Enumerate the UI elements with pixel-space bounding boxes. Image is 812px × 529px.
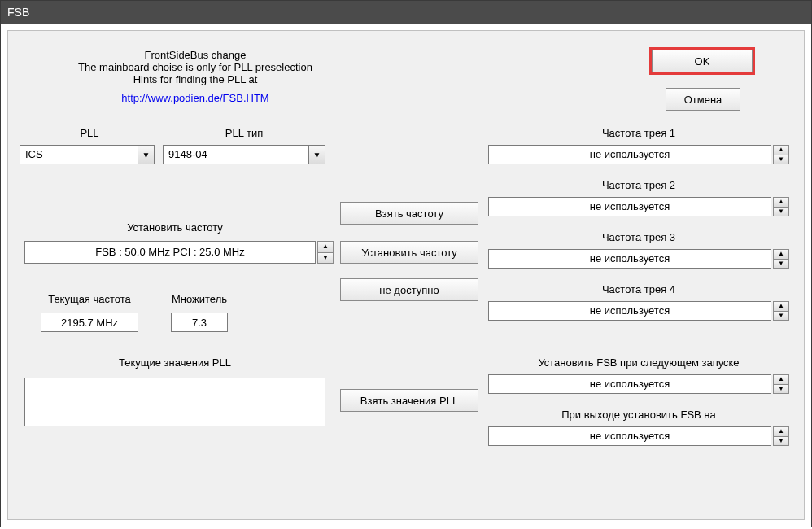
- titlebar[interactable]: FSB: [1, 1, 811, 24]
- multiplier-value: 7.3: [171, 313, 228, 332]
- pll-values-label: Текущие значения PLL: [24, 356, 325, 369]
- set-next-label: Установить FSB при следующем запуске: [488, 356, 789, 369]
- on-exit-label: При выходе установить FSB на: [488, 409, 789, 421]
- tray-freq-4-label: Частота трея 4: [488, 283, 789, 295]
- tray-freq-1-spinner[interactable]: не используется ▲ ▼: [488, 145, 789, 164]
- pll-type-combo[interactable]: 9148-04 ▼: [163, 145, 325, 164]
- spin-up-icon[interactable]: ▲: [773, 426, 789, 436]
- spin-down-icon[interactable]: ▼: [773, 436, 789, 447]
- header-link[interactable]: http://www.podien.de/FSB.HTM: [121, 92, 268, 104]
- tray-freq-2-spinner[interactable]: не используется ▲ ▼: [488, 197, 789, 216]
- spin-up-icon[interactable]: ▲: [773, 374, 789, 384]
- spin-up-icon[interactable]: ▲: [317, 241, 334, 252]
- pll-label: PLL: [24, 127, 155, 139]
- pll-type-combo-value: 9148-04: [164, 146, 308, 164]
- multiplier-label: Множитель: [159, 293, 240, 305]
- header-line3: Hints for finding the PLL at: [33, 73, 358, 85]
- tray-freq-4-value: не используется: [488, 301, 771, 321]
- current-freq-label: Текущая частота: [33, 293, 146, 305]
- take-pll-values-button[interactable]: Взять значения PLL: [340, 389, 478, 412]
- not-available-button[interactable]: не доступно: [340, 278, 478, 301]
- header-block: FrontSideBus change The mainboard choise…: [33, 49, 358, 104]
- header-line2: The mainboard choise is only for PLL pre…: [33, 61, 358, 73]
- chevron-down-icon[interactable]: ▼: [308, 146, 325, 164]
- client-area: OK Отмена FrontSideBus change The mainbo…: [7, 30, 805, 520]
- pll-values-memo[interactable]: [24, 378, 325, 426]
- tray-freq-3-spinner[interactable]: не используется ▲ ▼: [488, 249, 789, 269]
- tray-freq-3-value: не используется: [488, 249, 771, 269]
- spin-down-icon[interactable]: ▼: [773, 207, 789, 217]
- spin-down-icon[interactable]: ▼: [773, 155, 789, 165]
- tray-freq-2-value: не используется: [488, 197, 771, 216]
- window-frame: FSB OK Отмена FrontSideBus change The ma…: [0, 0, 812, 527]
- on-exit-value: не используется: [488, 426, 771, 446]
- on-exit-spinner[interactable]: не используется ▲ ▼: [488, 426, 789, 446]
- pll-combo[interactable]: ICS ▼: [20, 145, 155, 164]
- ok-button[interactable]: OK: [652, 50, 753, 72]
- take-frequency-button[interactable]: Взять частоту: [340, 202, 478, 225]
- spin-up-icon[interactable]: ▲: [773, 197, 789, 207]
- cancel-button[interactable]: Отмена: [666, 88, 740, 111]
- tray-freq-1-value: не используется: [488, 145, 771, 164]
- tray-freq-2-label: Частота трея 2: [488, 179, 789, 191]
- tray-freq-3-label: Частота трея 3: [488, 231, 789, 243]
- spin-down-icon[interactable]: ▼: [317, 252, 334, 264]
- spin-up-icon[interactable]: ▲: [773, 145, 789, 155]
- chevron-down-icon[interactable]: ▼: [138, 146, 154, 164]
- current-freq-value: 2195.7 MHz: [41, 313, 138, 332]
- pll-combo-value: ICS: [20, 146, 138, 164]
- spin-down-icon[interactable]: ▼: [773, 384, 789, 395]
- set-next-value: не используется: [488, 374, 771, 394]
- window-title: FSB: [7, 6, 29, 19]
- set-freq-label: Установить частоту: [24, 221, 325, 234]
- spin-up-icon[interactable]: ▲: [773, 301, 789, 311]
- set-frequency-button[interactable]: Установить частоту: [340, 241, 478, 264]
- set-freq-value: FSB : 50.0 MHz PCI : 25.0 MHz: [24, 241, 316, 264]
- ok-button-highlight: OK: [649, 47, 755, 75]
- spin-up-icon[interactable]: ▲: [773, 249, 789, 259]
- set-next-spinner[interactable]: не используется ▲ ▼: [488, 374, 789, 394]
- tray-freq-1-label: Частота трея 1: [488, 127, 789, 139]
- spin-down-icon[interactable]: ▼: [773, 311, 789, 321]
- set-freq-spinner[interactable]: FSB : 50.0 MHz PCI : 25.0 MHz ▲ ▼: [24, 241, 334, 264]
- tray-freq-4-spinner[interactable]: не используется ▲ ▼: [488, 301, 789, 321]
- spin-down-icon[interactable]: ▼: [773, 259, 789, 269]
- pll-type-label: PLL тип: [163, 127, 325, 139]
- header-line1: FrontSideBus change: [33, 49, 358, 61]
